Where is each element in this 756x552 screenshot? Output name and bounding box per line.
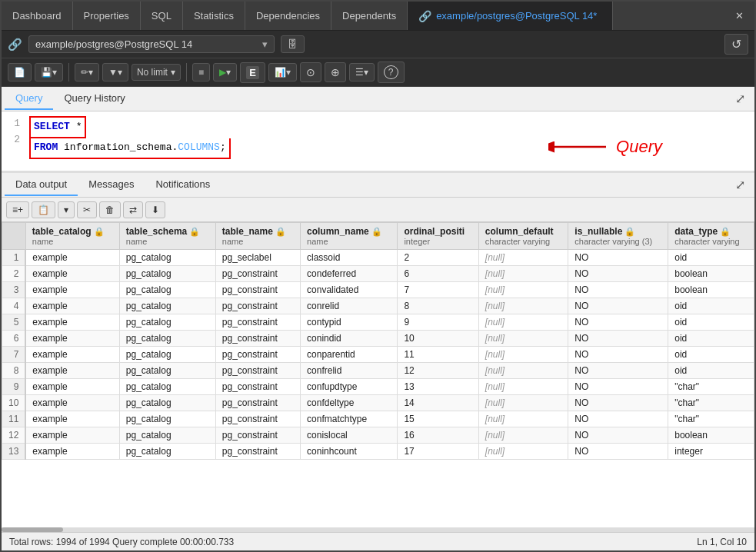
cell-column-default: [null] — [478, 298, 568, 314]
connection-icon: 🔗 — [8, 38, 22, 52]
cell-column-name: confupdtype — [301, 379, 398, 395]
cell-column-name: classoid — [301, 250, 398, 266]
query-tab-bar: Query Query History ⤢ — [2, 87, 754, 111]
tab-messages[interactable]: Messages — [78, 174, 145, 196]
no-limit-dropdown-icon: ▾ — [171, 67, 175, 78]
edit-button[interactable]: ✏ ▾ — [75, 63, 99, 81]
cell-column-name: confmatchtype — [301, 411, 398, 427]
close-button[interactable]: ✕ — [724, 2, 754, 30]
editor-expand-button[interactable]: ⤢ — [729, 88, 751, 109]
save-button[interactable]: 💾 ▾ — [35, 63, 63, 81]
tab-query[interactable]: Query — [5, 88, 53, 110]
stop-button[interactable]: ■ — [192, 63, 210, 81]
copy-button[interactable]: 📋 — [32, 201, 55, 218]
cell-data-type: oid — [668, 298, 754, 314]
cell-is-nullable: NO — [568, 363, 668, 379]
tab-notifications[interactable]: Notifications — [145, 174, 221, 196]
tab-query-history[interactable]: Query History — [53, 88, 135, 110]
cell-is-nullable: NO — [568, 331, 668, 347]
col-header-table-name[interactable]: table_name 🔒 name — [215, 223, 300, 250]
cell-table-schema: pg_catalog — [119, 266, 215, 282]
cell-table-name: pg_constraint — [215, 379, 300, 395]
scratch-1-button[interactable]: ⊙ — [300, 62, 321, 82]
col-header-column-name[interactable]: column_name 🔒 name — [301, 223, 398, 250]
no-limit-select[interactable]: No limit ▾ — [132, 64, 181, 81]
header-row: table_catalog 🔒 name table_schema 🔒 name… — [2, 223, 754, 250]
db-icon-button[interactable]: 🗄 — [281, 35, 305, 53]
cell-table-name: pg_constraint — [215, 411, 300, 427]
run-button[interactable]: ▶ ▾ — [213, 63, 237, 81]
add-row-button[interactable]: ≡+ — [6, 201, 29, 218]
row-number: 11 — [2, 411, 26, 427]
row-number: 5 — [2, 314, 26, 331]
tab-properties[interactable]: Properties — [73, 2, 141, 30]
tab-data-output[interactable]: Data output — [5, 174, 78, 196]
cell-ordinal: 12 — [398, 363, 478, 379]
cell-table-schema: pg_catalog — [119, 363, 215, 379]
tab-statistics[interactable]: Statistics — [183, 2, 245, 30]
table-row: 3 example pg_catalog pg_constraint conva… — [2, 282, 754, 298]
separator-2 — [186, 63, 187, 81]
refresh-button[interactable]: ↺ — [724, 34, 748, 55]
table-row: 1 example pg_catalog pg_seclabel classoi… — [2, 250, 754, 266]
tab-dependents[interactable]: Dependents — [331, 2, 408, 30]
tab-dashboard[interactable]: Dashboard — [2, 2, 73, 30]
cell-data-type: oid — [668, 314, 754, 331]
horizontal-scrollbar[interactable] — [2, 527, 754, 532]
tab-bar: Dashboard Properties SQL Statistics Depe… — [2, 2, 754, 31]
cell-table-schema: pg_catalog — [119, 298, 215, 314]
col-header-ordinal[interactable]: ordinal_positi integer — [398, 223, 478, 250]
transfer-button[interactable]: ⇄ — [123, 201, 143, 218]
table-row: 2 example pg_catalog pg_constraint conde… — [2, 266, 754, 282]
scrollbar-thumb[interactable] — [2, 527, 63, 532]
help-button[interactable]: ? — [378, 62, 405, 83]
transfer-icon: ⇄ — [129, 205, 137, 215]
col-header-data-type[interactable]: data_type 🔒 character varying — [668, 223, 754, 250]
edit-dropdown-icon: ▾ — [88, 67, 93, 78]
list-icon: ☰ — [355, 67, 364, 78]
table-row: 10 example pg_catalog pg_constraint conf… — [2, 395, 754, 411]
cell-ordinal: 17 — [398, 444, 478, 460]
chart-dropdown-icon: ▾ — [286, 67, 291, 78]
cell-table-catalog: example — [25, 427, 119, 444]
tab-dependencies[interactable]: Dependencies — [245, 2, 331, 30]
col-header-column-default[interactable]: column_default character varying — [478, 223, 568, 250]
cell-is-nullable: NO — [568, 298, 668, 314]
list-button[interactable]: ☰ ▾ — [349, 63, 375, 81]
copy-dropdown-icon: ▾ — [64, 205, 68, 215]
cell-ordinal: 15 — [398, 411, 478, 427]
run-icon: ▶ — [219, 67, 226, 78]
data-table-wrapper[interactable]: table_catalog 🔒 name table_schema 🔒 name… — [2, 222, 754, 527]
output-expand-button[interactable]: ⤢ — [729, 175, 751, 195]
copy-icon: 📋 — [38, 205, 49, 215]
delete-button[interactable]: 🗑 — [99, 201, 121, 218]
col-header-table-schema[interactable]: table_schema 🔒 name — [119, 223, 215, 250]
cell-column-default: [null] — [478, 250, 568, 266]
row-number: 6 — [2, 331, 26, 347]
copy-dropdown-button[interactable]: ▾ — [58, 201, 75, 218]
tab-query-editor[interactable]: 🔗 example/postgres@PostgreSQL 14* — [408, 2, 613, 30]
cell-table-schema: pg_catalog — [119, 250, 215, 266]
col-header-is-nullable[interactable]: is_nullable 🔒 character varying (3) — [568, 223, 668, 250]
cell-table-schema: pg_catalog — [119, 427, 215, 444]
cell-data-type: integer — [668, 444, 754, 460]
new-file-button[interactable]: 📄 — [8, 63, 32, 81]
tab-sql[interactable]: SQL — [141, 2, 183, 30]
link-icon: 🔗 — [418, 10, 431, 22]
col-header-table-catalog[interactable]: table_catalog 🔒 name — [25, 223, 119, 250]
address-input[interactable]: example/postgres@PostgreSQL 14 ▾ — [28, 35, 275, 53]
paste-button[interactable]: ✂ — [77, 201, 97, 218]
sql-editor[interactable]: 1 2 SELECT * FROM information_schema.COL… — [2, 111, 754, 173]
cell-data-type: "char" — [668, 379, 754, 395]
cell-table-schema: pg_catalog — [119, 395, 215, 411]
row-number: 1 — [2, 250, 26, 266]
row-number: 3 — [2, 282, 26, 298]
table-row: 7 example pg_catalog pg_constraint conpa… — [2, 347, 754, 363]
scratch-2-button[interactable]: ⊕ — [325, 62, 346, 82]
explain-button[interactable]: E — [240, 62, 265, 83]
chart-button[interactable]: 📊 ▾ — [268, 63, 297, 81]
cell-data-type: boolean — [668, 427, 754, 444]
save-dropdown-icon: ▾ — [52, 67, 57, 78]
download-data-button[interactable]: ⬇ — [145, 201, 165, 218]
filter-button[interactable]: ▼ ▾ — [102, 63, 128, 81]
